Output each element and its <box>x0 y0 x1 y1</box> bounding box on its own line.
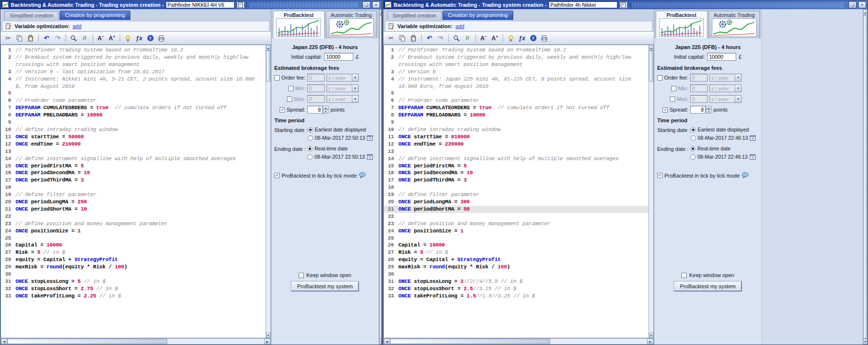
scroll-up-arrow[interactable]: ▲ <box>379 10 382 15</box>
earliest-date-radio[interactable] <box>691 127 696 132</box>
panel-scroll-thumb[interactable] <box>379 15 382 339</box>
ending-custom-date-radio[interactable] <box>690 154 695 160</box>
code-line[interactable]: 32ONCE stopLossShort = 2.5//3.25 // in $ <box>384 285 648 293</box>
panel-scroll-thumb[interactable] <box>863 15 867 339</box>
speech-bubble-icon[interactable] <box>742 172 749 179</box>
max-fee-checkbox[interactable] <box>287 97 292 102</box>
code-line[interactable]: 4// Instrument: Nikkei mini 4H, 5-21 CET… <box>1 76 266 90</box>
tick-mode-checkbox[interactable]: ✓ <box>274 173 280 178</box>
calendar-icon[interactable] <box>750 135 756 141</box>
tab-creation-by-programming[interactable]: Creation by programming <box>60 11 130 20</box>
code-line[interactable]: 27Risk = 5 // in $ <box>384 249 648 256</box>
code-line[interactable]: 23// define position and money managemen… <box>384 220 648 228</box>
code-line[interactable]: 24ONCE positionSize = 1 <box>1 228 266 235</box>
code-line[interactable]: 28equity = Capital + StrategyProfit <box>384 256 648 263</box>
code-line[interactable]: 30 <box>1 271 266 278</box>
code-line[interactable]: 28equity = Capital + StrategyProfit <box>1 256 266 263</box>
search-button[interactable] <box>68 33 79 43</box>
vertical-scroll-track[interactable] <box>649 82 653 332</box>
paste-button[interactable] <box>25 33 36 43</box>
calendar-icon[interactable] <box>367 154 373 160</box>
calendar-icon[interactable] <box>750 154 756 160</box>
paste-button[interactable] <box>408 33 419 43</box>
keep-window-checkbox[interactable] <box>299 273 304 278</box>
code-line[interactable]: 15ONCE periodFirstMA = 5 <box>1 163 266 170</box>
help-button[interactable]: ? <box>528 33 538 43</box>
code-line[interactable]: 2// Breakout system triggered by previou… <box>384 54 648 68</box>
probacktest-my-system-button[interactable]: ProBacktest my system <box>291 281 359 291</box>
spread-checkbox[interactable]: ✓ <box>280 107 285 113</box>
print-button[interactable] <box>539 33 550 43</box>
comment-button[interactable]: // <box>462 33 473 43</box>
code-line[interactable]: 26Capital = 10000 <box>384 242 648 249</box>
code-line[interactable]: 7DEFPARAM CUMULATEORDERS = true // cumul… <box>384 104 648 112</box>
horizontal-scroll-track[interactable] <box>550 339 647 344</box>
code-line[interactable]: 25 <box>1 235 266 242</box>
realtime-date-radio[interactable] <box>307 146 313 151</box>
code-line[interactable]: 7DEFPARAM CUMULATEORDERS = true // cumul… <box>1 104 266 112</box>
min-fee-checkbox[interactable] <box>288 86 294 91</box>
scroll-up-arrow[interactable]: ▲ <box>863 10 867 15</box>
earliest-date-radio[interactable] <box>308 127 313 132</box>
code-line[interactable]: 23// define position and money managemen… <box>1 220 266 228</box>
copy-button[interactable] <box>397 33 408 43</box>
vertical-scroll-track[interactable] <box>266 82 270 332</box>
close-button[interactable]: × <box>372 1 380 8</box>
cut-button[interactable]: ✂ <box>386 33 396 43</box>
code-line[interactable]: 4// Instrument: Japan 225 mini 4H, 01-22… <box>384 76 648 90</box>
horizontal-scroll-track[interactable] <box>167 339 264 344</box>
ending-custom-date-radio[interactable] <box>307 154 313 160</box>
code-line[interactable]: 10// define intraday trading window <box>1 126 266 133</box>
code-line[interactable]: 21ONCE periodShortMA = 50 <box>384 206 648 213</box>
maximize-button[interactable]: ❏ <box>849 1 856 8</box>
help-button[interactable]: ? <box>145 33 156 43</box>
add-variable-link[interactable]: add <box>456 23 464 29</box>
code-line[interactable]: 12ONCE endTime = 220000 <box>384 141 648 148</box>
code-line[interactable]: 2// Breakout system triggered by previou… <box>1 54 266 68</box>
titlebar[interactable]: Backtesting & Automatic Trading - Tradin… <box>0 0 381 9</box>
tab-simplified-creation[interactable]: Simplified creation <box>4 11 59 20</box>
code-line[interactable]: 22 <box>1 213 266 220</box>
starting-custom-date-radio[interactable] <box>691 135 696 141</box>
redo-button[interactable]: ↷ <box>52 33 63 43</box>
editor-vertical-scrollbar[interactable]: ▲ ▼ <box>648 45 654 338</box>
spread-input[interactable] <box>307 106 323 114</box>
code-line[interactable]: 24ONCE positionSize = 1 <box>384 228 648 235</box>
code-line[interactable]: 1// Pathfinder Trading System based on P… <box>1 47 266 54</box>
spread-input[interactable] <box>690 106 706 114</box>
code-line[interactable]: 16ONCE periodSecondMA = 10 <box>384 169 648 177</box>
code-line[interactable]: 29maxRisk = round(equity * Risk / 100) <box>384 263 648 271</box>
code-line[interactable]: 22 <box>384 213 648 220</box>
code-line[interactable]: 31ONCE stopLossLong = 5 // in $ <box>1 278 266 285</box>
code-line[interactable]: 13 <box>1 148 266 155</box>
copy-button[interactable] <box>14 33 25 43</box>
starting-custom-date-radio[interactable] <box>308 135 313 141</box>
editor-vertical-scrollbar[interactable]: ▲ ▼ <box>266 45 271 338</box>
code-line[interactable]: 13 <box>384 148 648 155</box>
min-fee-checkbox[interactable] <box>671 86 677 91</box>
scroll-down-arrow[interactable]: ▼ <box>379 339 382 344</box>
decrease-font-button[interactable]: A− <box>95 33 106 43</box>
titlebar[interactable]: Backtesting & Automatic Trading - Tradin… <box>383 0 868 9</box>
code-line[interactable]: 9 <box>1 119 266 126</box>
scroll-right-arrow[interactable]: ▶ <box>647 339 653 344</box>
insert-function-button[interactable]: ƒx <box>517 33 527 43</box>
code-line[interactable]: 33ONCE takeProfitLong = 2.25 // in $ <box>1 293 266 300</box>
code-line[interactable]: 8DEFPARAM PRELOADBARS = 10000 <box>1 112 266 119</box>
code-line[interactable]: 11ONCE startTime = 010000 <box>384 133 648 141</box>
stepper-up-icon[interactable]: ▲ <box>323 106 329 110</box>
code-line[interactable]: 3// Version 6 - last optimization from 2… <box>1 68 266 76</box>
code-line[interactable]: 20ONCE periodLongMA = 250 <box>1 198 266 206</box>
comment-button[interactable]: // <box>79 33 90 43</box>
horizontal-scroll-thumb[interactable] <box>7 339 167 344</box>
editor-horizontal-scrollbar[interactable]: ◀ ▶ <box>0 338 271 345</box>
code-line[interactable]: 16ONCE periodSecondMA = 10 <box>1 169 266 177</box>
panel-scrollbar[interactable]: ▲ ▼ <box>379 9 382 345</box>
tab-simplified-creation[interactable]: Simplified creation <box>387 11 442 20</box>
hint-button[interactable] <box>505 33 516 43</box>
add-variable-link[interactable]: add <box>73 23 81 29</box>
code-line[interactable]: 14// define instrument signalline with h… <box>384 155 648 163</box>
panel-scrollbar[interactable]: ▲ ▼ <box>863 9 868 345</box>
code-line[interactable]: 5 <box>384 90 648 97</box>
probacktest-my-system-button[interactable]: ProBacktest my system <box>674 281 742 291</box>
